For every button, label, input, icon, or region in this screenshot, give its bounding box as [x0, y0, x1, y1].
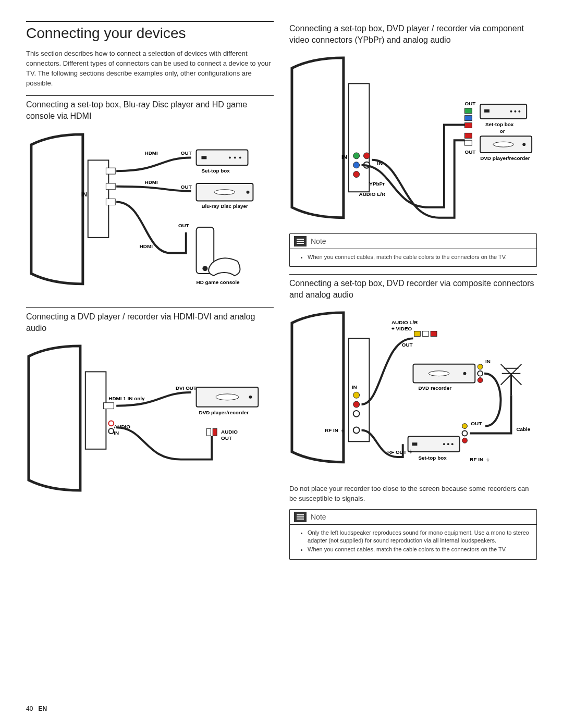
label-out: OUT	[181, 150, 192, 156]
svg-rect-1	[106, 168, 115, 174]
label-audiolr-video: AUDIO L/R	[391, 319, 418, 325]
label-out: OUT	[181, 183, 192, 189]
svg-point-59	[443, 443, 445, 446]
diagram-hdmi: IN HDMI OUT Set-top box HDMI OUT Blu-ray…	[26, 129, 274, 294]
label-dvd: DVD player/recorder	[480, 155, 530, 161]
svg-point-10	[214, 189, 235, 194]
page-lang: EN	[38, 705, 47, 712]
svg-rect-21	[206, 429, 211, 436]
svg-point-13	[202, 266, 207, 271]
label-out: OUT	[471, 421, 482, 426]
svg-rect-49	[422, 331, 429, 337]
note-item: Only the left loudspeaker reproduces sou…	[308, 529, 530, 545]
svg-rect-22	[213, 429, 217, 436]
two-column-layout: Connecting your devices This section des…	[26, 21, 537, 564]
section-rule	[26, 95, 274, 96]
label-out: OUT	[464, 101, 475, 106]
svg-point-65	[462, 438, 468, 443]
label-audio-lr: AUDIO L/R	[359, 191, 385, 197]
svg-point-43	[353, 392, 360, 399]
svg-rect-5	[201, 156, 206, 159]
svg-point-61	[451, 443, 454, 446]
diagram-composite: IN RF IN ⏚ AUDIO L/R + VIDEO OUT DVD rec…	[289, 307, 537, 478]
svg-text:⏚: ⏚	[341, 428, 344, 434]
label-dvd-player: DVD player/recorder	[199, 410, 249, 415]
label-hdmi: HDMI	[145, 150, 158, 156]
label-hdmi: HDMI	[145, 179, 158, 184]
label-in: IN	[81, 191, 87, 197]
label-out: OUT	[178, 223, 189, 228]
svg-point-38	[518, 110, 520, 113]
manual-page: Connecting your devices This section des…	[0, 0, 563, 728]
label-bluray: Blu-ray Disc player	[201, 203, 248, 209]
label-settop: Set-top box	[418, 455, 447, 461]
svg-rect-33	[464, 140, 472, 145]
note-header: Note	[290, 510, 536, 524]
note-list: When you connect cables, match the cable…	[290, 249, 536, 266]
label-audio-in2: IN	[114, 430, 119, 436]
svg-text:⏚: ⏚	[409, 448, 412, 454]
label-hdmi: HDMI	[140, 243, 153, 249]
label-ypbpr: YPbPr	[369, 181, 385, 187]
label-audio-out1: AUDIO	[221, 429, 238, 435]
svg-point-16	[108, 421, 114, 426]
svg-rect-31	[464, 123, 472, 128]
label-rf-in: RF IN	[470, 456, 483, 462]
svg-point-8	[239, 156, 241, 158]
label-rf-in: RF IN	[325, 428, 338, 434]
label-in: IN	[341, 154, 347, 160]
svg-point-54	[478, 364, 483, 369]
label-out: OUT	[464, 149, 475, 155]
diagram-ypbpr: IN IN YPbPr AUDIO L/R OUT OUT	[289, 53, 537, 223]
svg-point-17	[108, 429, 114, 434]
note-icon	[294, 236, 307, 246]
svg-rect-32	[464, 133, 472, 139]
label-plus-video: + VIDEO	[391, 326, 412, 331]
section-rule	[26, 21, 274, 22]
svg-point-52	[429, 371, 449, 376]
svg-point-37	[514, 110, 516, 113]
svg-point-7	[234, 156, 236, 158]
svg-point-27	[364, 153, 370, 159]
label-console: HD game console	[197, 279, 240, 285]
intro-paragraph: This section describes how to connect a …	[26, 49, 274, 88]
section-heading-ypbpr: Connecting a set-top box, DVD player / r…	[289, 23, 537, 45]
svg-point-19	[216, 394, 239, 400]
svg-point-56	[478, 378, 483, 383]
svg-rect-48	[414, 331, 420, 337]
body-after-composite: Do not place your recorder too close to …	[289, 484, 537, 504]
svg-rect-29	[464, 108, 472, 114]
note-item: When you connect cables, match the cable…	[308, 546, 530, 553]
svg-point-46	[353, 427, 360, 434]
svg-point-60	[447, 443, 449, 446]
svg-point-26	[353, 171, 360, 178]
svg-rect-14	[85, 372, 106, 449]
svg-rect-35	[484, 109, 489, 113]
section-heading-hdmi: Connecting a set-top box, Blu-ray Disc p…	[26, 99, 274, 121]
svg-point-40	[493, 142, 514, 147]
svg-point-6	[229, 156, 231, 158]
page-title: Connecting your devices	[26, 25, 274, 42]
note-label: Note	[311, 513, 326, 521]
label-cable: Cable	[516, 427, 530, 433]
svg-rect-0	[88, 160, 109, 237]
note-icon	[294, 512, 307, 522]
label-settop: Set-top box	[485, 121, 514, 127]
label-hdmi1: HDMI 1 IN only	[108, 396, 145, 401]
label-out: OUT	[402, 342, 413, 348]
note-item: When you connect cables, match the cable…	[308, 253, 530, 261]
svg-point-53	[463, 372, 466, 375]
svg-rect-3	[106, 199, 115, 205]
note-header: Note	[290, 234, 536, 249]
svg-point-20	[249, 396, 252, 399]
svg-rect-50	[431, 331, 437, 337]
svg-point-25	[353, 162, 360, 168]
label-dvi-out: DVI OUT	[176, 385, 197, 391]
svg-point-36	[510, 110, 512, 113]
right-column: Connecting a set-top box, DVD player / r…	[289, 21, 537, 564]
label-settop: Set-top box	[201, 168, 230, 174]
note-label: Note	[311, 237, 326, 245]
section-heading-hdmidvi: Connecting a DVD player / recorder via H…	[26, 311, 274, 334]
svg-rect-15	[103, 403, 114, 409]
svg-rect-58	[412, 443, 418, 446]
